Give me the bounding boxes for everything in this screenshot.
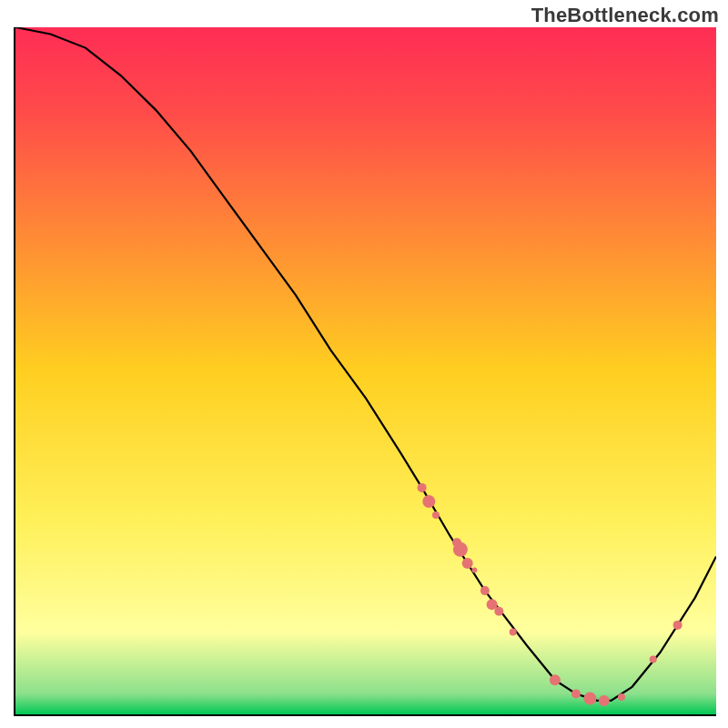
chart-container: TheBottleneck.com	[0, 0, 728, 728]
watermark-text: TheBottleneck.com	[531, 4, 719, 27]
data-point	[418, 483, 427, 492]
data-point	[422, 495, 435, 508]
data-point	[673, 621, 682, 630]
data-point	[494, 607, 503, 616]
data-point	[618, 693, 625, 701]
data-point	[599, 695, 610, 706]
plot-svg	[15, 27, 716, 714]
data-point	[432, 511, 440, 519]
data-point	[480, 586, 490, 595]
data-point	[510, 628, 517, 635]
plot-area	[14, 27, 716, 716]
data-point	[462, 558, 473, 569]
data-point	[650, 656, 657, 663]
data-point	[571, 689, 581, 698]
data-point	[471, 568, 477, 573]
data-point	[550, 674, 561, 685]
data-point	[453, 542, 468, 557]
background-gradient	[15, 27, 716, 714]
data-point	[583, 693, 596, 705]
